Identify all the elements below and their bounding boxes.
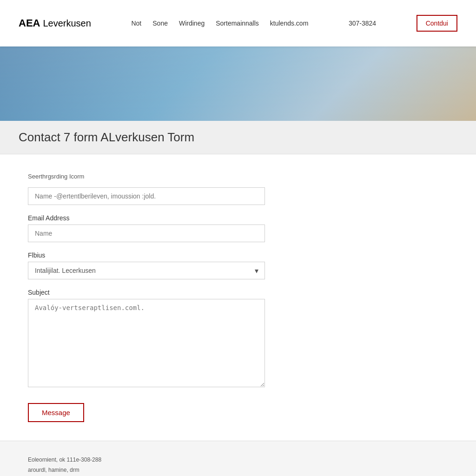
header: AEA Leverkusen Not Sone Wirdineg Sortema… xyxy=(0,0,476,46)
hero-image xyxy=(0,46,476,121)
footer: Eoleornient, ok 111e-308-288 arourdl, ha… xyxy=(0,441,476,476)
name-input[interactable] xyxy=(28,187,265,205)
main-content: Seerthrgsrding Icorm Email Address Flbiu… xyxy=(0,154,476,441)
submit-button[interactable]: Message xyxy=(28,403,84,422)
nav-item-sortemainnalls[interactable]: Sortemainnalls xyxy=(216,20,259,27)
page-title: Contact 7 form ALverkusen Torm xyxy=(19,130,457,145)
contact-button[interactable]: Contdui xyxy=(416,15,457,32)
main-nav: Not Sone Wirdineg Sortemainnalls ktulend… xyxy=(131,20,308,27)
section-label: Seerthrgsrding Icorm xyxy=(28,173,448,180)
logo: AEA Leverkusen xyxy=(19,17,91,29)
subject-label: Subject xyxy=(28,289,448,296)
email-field-group: Email Address xyxy=(28,214,448,242)
nav-item-wirdineg[interactable]: Wirdineg xyxy=(179,20,205,27)
nav-item-sone[interactable]: Sone xyxy=(152,20,168,27)
email-label: Email Address xyxy=(28,214,448,222)
name-field-group: Seerthrgsrding Icorm xyxy=(28,173,448,205)
footer-text: Eoleornient, ok 111e-308-288 arourdl, ha… xyxy=(28,455,448,475)
phone-number: 307-3824 xyxy=(349,20,376,27)
logo-bold: AEA xyxy=(19,17,40,29)
footer-line1: Eoleornient, ok 111e-308-288 xyxy=(28,456,101,463)
filter-select[interactable]: Intalijilat. Lecerkusen xyxy=(28,262,265,279)
filter-field-group: Flbius Intalijilat. Lecerkusen xyxy=(28,251,448,279)
nav-item-not[interactable]: Not xyxy=(131,20,141,27)
page-title-bar: Contact 7 form ALverkusen Torm xyxy=(0,121,476,154)
filter-select-wrapper: Intalijilat. Lecerkusen xyxy=(28,262,265,279)
nav-item-ktulends[interactable]: ktulends.com xyxy=(270,20,308,27)
logo-text: Leverkusen xyxy=(43,18,91,29)
subject-textarea[interactable] xyxy=(28,299,265,387)
email-input[interactable] xyxy=(28,225,265,242)
filter-label: Flbius xyxy=(28,251,448,259)
subject-field-group: Subject xyxy=(28,289,448,389)
footer-line2: arourdl, hamine, drm xyxy=(28,467,79,473)
